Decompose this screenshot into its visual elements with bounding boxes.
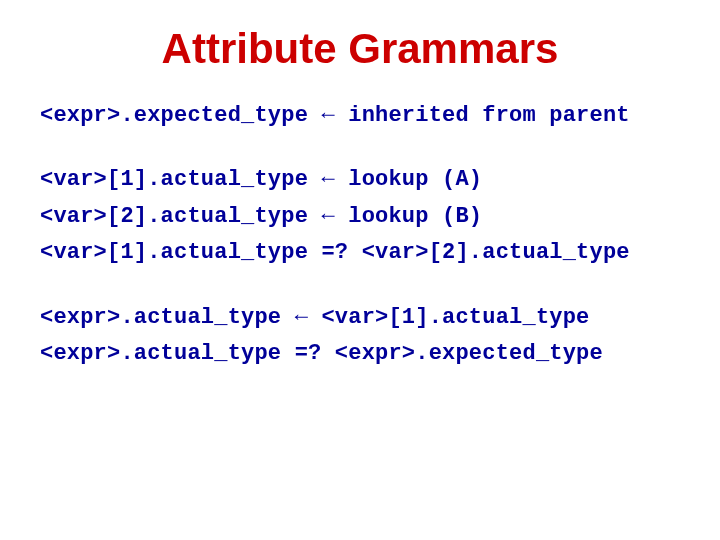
slide: Attribute Grammars <expr>.expected_type … [0, 0, 720, 540]
rule-line-2: <var>[1].actual_type ← lookup (A) [40, 167, 680, 193]
rule-line-1: <expr>.expected_type ← inherited from pa… [40, 103, 680, 129]
gap-1 [40, 139, 680, 167]
rule-line-5: <expr>.actual_type ← <var>[1].actual_typ… [40, 305, 680, 331]
rule-line-4: <var>[1].actual_type =? <var>[2].actual_… [40, 240, 680, 266]
rule-line-3: <var>[2].actual_type ← lookup (B) [40, 204, 680, 230]
rule-line-6: <expr>.actual_type =? <expr>.expected_ty… [40, 341, 680, 367]
gap-2 [40, 277, 680, 305]
slide-title: Attribute Grammars [40, 25, 680, 73]
